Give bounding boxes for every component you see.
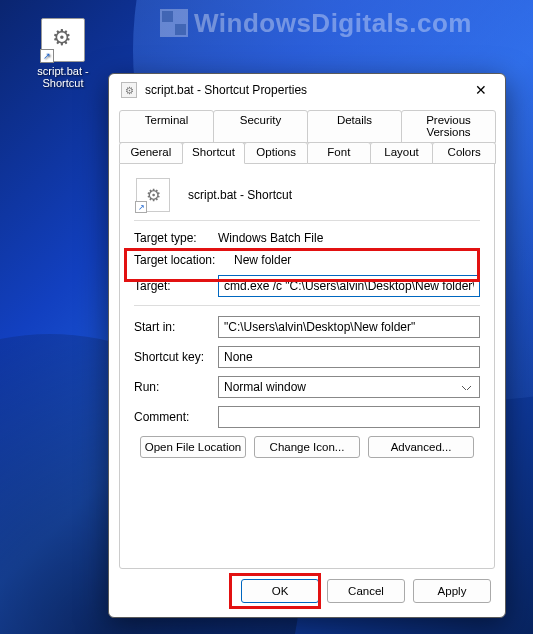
tab-details[interactable]: Details — [307, 110, 402, 143]
titlebar-icon: ⚙ — [121, 82, 137, 98]
comment-input[interactable] — [218, 406, 480, 428]
titlebar[interactable]: ⚙ script.bat - Shortcut Properties ✕ — [109, 74, 505, 104]
bat-file-icon: ↗ — [41, 18, 85, 62]
watermark-text: WindowsDigitals.com — [194, 8, 472, 38]
dialog-footer: OK Cancel Apply — [109, 569, 505, 617]
label-comment: Comment: — [134, 410, 218, 424]
label-target-location: Target location: — [134, 253, 234, 267]
start-in-input[interactable] — [218, 316, 480, 338]
tab-terminal[interactable]: Terminal — [119, 110, 214, 143]
watermark-logo-icon — [160, 9, 188, 37]
tab-general[interactable]: General — [119, 142, 183, 164]
tab-font[interactable]: Font — [307, 142, 371, 164]
value-target-type: Windows Batch File — [218, 231, 480, 245]
tabstrip: Terminal Security Details Previous Versi… — [109, 104, 505, 164]
close-button[interactable]: ✕ — [467, 80, 495, 100]
label-shortcut-key: Shortcut key: — [134, 350, 218, 364]
advanced-button[interactable]: Advanced... — [368, 436, 474, 458]
label-target: Target: — [134, 279, 218, 293]
tab-options[interactable]: Options — [244, 142, 308, 164]
desktop-shortcut-label: script.bat - Shortcut — [28, 65, 98, 89]
label-start-in: Start in: — [134, 320, 218, 334]
desktop-shortcut[interactable]: ↗ script.bat - Shortcut — [28, 18, 98, 89]
shortcut-arrow-icon: ↗ — [40, 49, 54, 63]
apply-button[interactable]: Apply — [413, 579, 491, 603]
divider — [134, 220, 480, 221]
dialog-title: script.bat - Shortcut Properties — [145, 83, 307, 97]
tab-shortcut[interactable]: Shortcut — [182, 142, 246, 164]
tab-layout[interactable]: Layout — [370, 142, 434, 164]
shortcut-large-icon: ⚙ ↗ — [136, 178, 170, 212]
target-input[interactable] — [218, 275, 480, 297]
shortcut-arrow-icon: ↗ — [135, 201, 147, 213]
tab-colors[interactable]: Colors — [432, 142, 496, 164]
properties-dialog: ⚙ script.bat - Shortcut Properties ✕ Ter… — [108, 73, 506, 618]
tab-security[interactable]: Security — [213, 110, 308, 143]
tab-panel-shortcut: ⚙ ↗ script.bat - Shortcut Target type: W… — [119, 163, 495, 569]
run-select[interactable]: Normal window — [218, 376, 480, 398]
ok-button[interactable]: OK — [241, 579, 319, 603]
change-icon-button[interactable]: Change Icon... — [254, 436, 360, 458]
shortcut-name: script.bat - Shortcut — [188, 188, 292, 202]
close-icon: ✕ — [475, 82, 487, 98]
watermark: WindowsDigitals.com — [160, 8, 472, 39]
label-run: Run: — [134, 380, 218, 394]
open-file-location-button[interactable]: Open File Location — [140, 436, 246, 458]
tab-previous-versions[interactable]: Previous Versions — [401, 110, 496, 143]
cancel-button[interactable]: Cancel — [327, 579, 405, 603]
shortcut-key-input[interactable] — [218, 346, 480, 368]
label-target-type: Target type: — [134, 231, 218, 245]
value-target-location: New folder — [234, 253, 480, 267]
divider — [134, 305, 480, 306]
